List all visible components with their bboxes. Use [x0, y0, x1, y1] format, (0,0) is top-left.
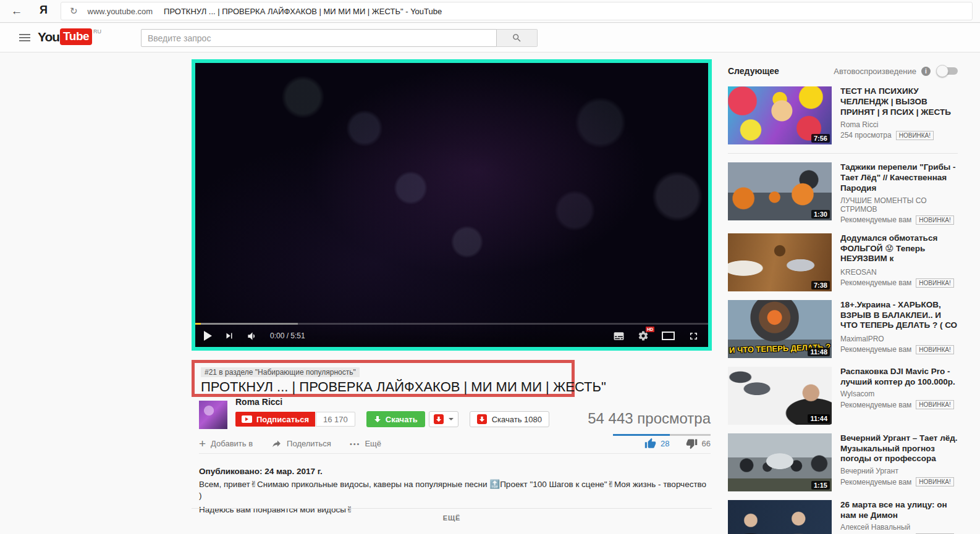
yandex-logo-icon[interactable]: Я [40, 4, 48, 17]
player-highlight-border: 0:00 / 5:51 HD [192, 59, 712, 351]
settings-button[interactable]: HD [638, 330, 649, 341]
video-duration-badge: 7:56 [811, 134, 830, 143]
next-icon [224, 330, 235, 341]
youtube-logo[interactable]: You Tube RU [38, 28, 101, 45]
related-video-title[interactable]: Вечерний Ургант – Тает лёд. Музыкальный … [840, 433, 958, 465]
fullscreen-icon [688, 330, 699, 342]
new-badge: НОВИНКА! [916, 278, 953, 288]
time-display: 0:00 / 5:51 [270, 332, 305, 340]
video-duration-badge: 7:38 [811, 281, 830, 290]
dislike-button[interactable]: 66 [686, 438, 711, 449]
play-button[interactable] [204, 331, 212, 341]
related-video[interactable]: 11:44 Распаковка DJI Mavic Pro - лучший … [728, 367, 958, 425]
new-badge: НОВИНКА! [916, 477, 953, 486]
download-icon [374, 415, 381, 423]
video-thumbnail[interactable]: 7:56 [728, 86, 832, 144]
subtitles-button[interactable] [613, 330, 625, 342]
video-thumbnail[interactable] [728, 500, 832, 534]
annotation-box: #21 в разделе "Набирающие популярность" … [192, 360, 575, 397]
savefrom-icon [434, 414, 444, 424]
related-video-meta: Рекомендуемые вам [840, 278, 911, 287]
related-video-title[interactable]: Таджики перепели "Грибы - Тает Лёд" // К… [840, 162, 958, 194]
divider [728, 153, 958, 154]
related-video-title[interactable]: Додумался обмотаться ФОЛЬГОЙ 😟 Теперь НЕ… [840, 233, 958, 265]
info-icon[interactable]: i [921, 67, 931, 76]
video-thumbnail[interactable]: 1:15 [728, 433, 832, 491]
toggle-knob [936, 65, 948, 77]
logo-you-text: You [38, 30, 59, 44]
video-frame[interactable] [195, 63, 708, 347]
screen: ← Я ↻ www.youtube.com ПРОТКНУЛ ... | ПРО… [0, 0, 980, 534]
sentiment-bar [613, 434, 711, 436]
new-badge: НОВИНКА! [916, 400, 953, 409]
channel-name[interactable]: Roma Ricci [235, 397, 549, 407]
chevron-down-icon [449, 418, 454, 420]
download-label: Скачать [386, 415, 418, 424]
related-video-meta: 254 просмотра [840, 131, 892, 140]
search-icon [512, 33, 522, 43]
related-video-title[interactable]: 26 марта все на улицу: он нам не Димон [840, 500, 958, 521]
browser-back-icon[interactable]: ← [9, 3, 25, 19]
video-duration-badge: 1:30 [811, 210, 830, 219]
related-video[interactable]: 1:15 Вечерний Ургант – Тает лёд. Музыкал… [728, 433, 958, 491]
video-duration-badge: 11:44 [808, 414, 830, 423]
theater-mode-button[interactable] [662, 332, 675, 340]
trending-rank-badge[interactable]: #21 в разделе "Набирающие популярность" [201, 367, 360, 377]
related-video[interactable]: 1:30 Таджики перепели "Грибы - Тает Лёд"… [728, 162, 958, 225]
fullscreen-button[interactable] [688, 330, 699, 342]
related-video[interactable]: И ЧТО ТЕПЕРЬ ДЕЛАТЬ ? 11:48 18+.Украина … [728, 300, 958, 358]
volume-button[interactable] [247, 330, 258, 342]
related-video-meta: Рекомендуемые вам [840, 345, 911, 354]
subscribe-button[interactable]: Подписаться [235, 412, 315, 427]
share-label: Поделиться [287, 439, 331, 448]
url-text[interactable]: www.youtube.com [88, 7, 153, 16]
related-video-channel: Wylsacom [840, 390, 958, 398]
download-1080-button[interactable]: Скачать 1080 [470, 411, 549, 427]
theater-icon [662, 332, 675, 340]
plus-icon: + [199, 440, 206, 448]
volume-icon [247, 330, 258, 342]
subscribe-label: Подписаться [256, 415, 309, 424]
like-button[interactable]: 28 [644, 438, 669, 449]
add-to-button[interactable]: + Добавить в [199, 439, 253, 448]
dislike-count: 66 [702, 439, 711, 448]
related-video-title[interactable]: ТЕСТ НА ПСИХИКУ ЧЕЛЛЕНДЖ | ВЫЗОВ ПРИНЯТ … [840, 86, 958, 118]
related-video-channel: Roma Ricci [840, 120, 958, 129]
autoplay-label: Автовоспроизведение [834, 67, 916, 76]
sentiment-likes-segment [613, 434, 670, 436]
new-badge: НОВИНКА! [916, 345, 953, 354]
related-video-title[interactable]: Распаковка DJI Mavic Pro - лучший коптер… [840, 367, 958, 388]
video-thumbnail[interactable]: И ЧТО ТЕПЕРЬ ДЕЛАТЬ ? 11:48 [728, 300, 832, 358]
autoplay-toggle[interactable] [937, 67, 958, 75]
show-more-button[interactable]: ЕЩЁ [192, 514, 712, 522]
video-thumbnail[interactable]: 7:38 [728, 233, 832, 291]
actions-row: + Добавить в Поделиться ••• Ещё 28 66 [199, 438, 711, 454]
menu-icon[interactable] [19, 34, 30, 42]
related-video-channel: Алексей Навальный [840, 523, 958, 532]
related-video[interactable]: 7:56 ТЕСТ НА ПСИХИКУ ЧЕЛЛЕНДЖ | ВЫЗОВ ПР… [728, 86, 958, 144]
play-icon [204, 331, 212, 341]
related-video-title[interactable]: 18+.Украина - ХАРЬКОВ, ВЗРЫВ В БАЛАКЛЕИ.… [840, 300, 958, 332]
search-input[interactable] [141, 29, 497, 47]
download-1080-label: Скачать 1080 [492, 415, 542, 424]
download-options-button[interactable] [429, 411, 458, 427]
video-thumbnail[interactable]: 1:30 [728, 162, 832, 220]
related-video[interactable]: 7:38 Додумался обмотаться ФОЛЬГОЙ 😟 Тепе… [728, 233, 958, 291]
youtube-header: You Tube RU [0, 23, 980, 52]
search-button[interactable] [497, 29, 538, 47]
logo-region-text: RU [93, 28, 101, 35]
video-title: ПРОТКНУЛ ... | ПРОВЕРКА ЛАЙФХАКОВ | МИ М… [201, 379, 565, 395]
related-video[interactable]: 26 марта все на улицу: он нам не Димон А… [728, 500, 958, 534]
video-duration-badge: 1:15 [811, 481, 830, 490]
share-button[interactable]: Поделиться [271, 438, 331, 449]
download-button[interactable]: Скачать [366, 411, 425, 427]
new-badge: НОВИНКА! [916, 215, 953, 225]
share-icon [271, 438, 282, 449]
next-button[interactable] [224, 330, 235, 341]
related-video-meta: Рекомендуемые вам [840, 401, 911, 409]
video-thumbnail[interactable]: 11:44 [728, 367, 832, 425]
address-bar[interactable]: ↻ www.youtube.com ПРОТКНУЛ ... | ПРОВЕРК… [61, 2, 973, 20]
refresh-icon[interactable]: ↻ [70, 6, 78, 17]
channel-avatar[interactable] [199, 401, 227, 429]
more-actions-button[interactable]: ••• Ещё [350, 439, 381, 448]
